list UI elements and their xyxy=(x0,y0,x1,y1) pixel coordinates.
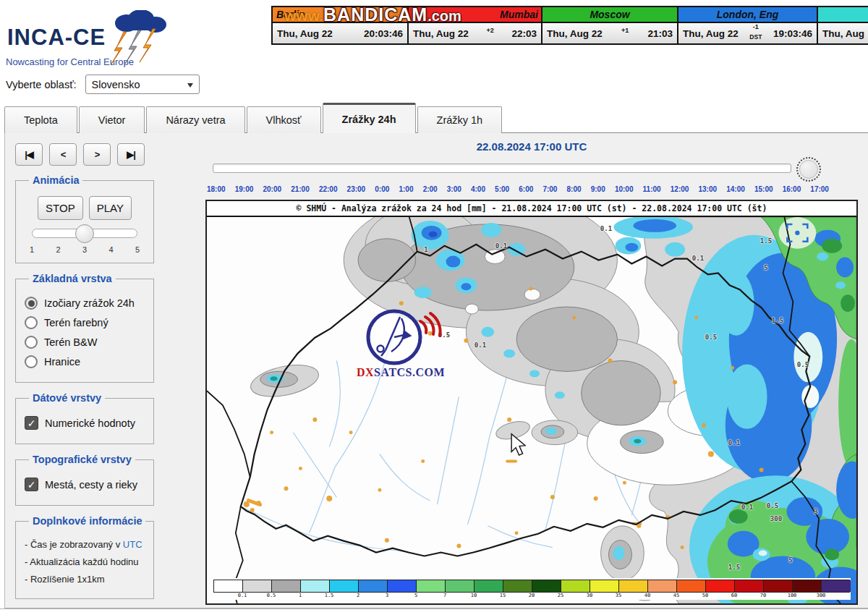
tab-content-panel: |◀ < > ▶| Animácia STOP PLAY 12345 Zákla… xyxy=(4,132,868,608)
radio-label: Terén farebný xyxy=(44,317,109,328)
logo-cloud-lightning-icon xyxy=(89,10,169,69)
tab-label: Zrážky 24h xyxy=(342,114,396,125)
legend-color-cell xyxy=(301,580,330,592)
checkbox-label: Numerické hodnoty xyxy=(45,417,135,429)
timeline-tick-label: 12:00 xyxy=(671,185,689,193)
sidebar: |◀ < > ▶| Animácia STOP PLAY 12345 Zákla… xyxy=(15,143,154,608)
timeline-tick-label: 15:00 xyxy=(754,185,773,193)
topo-layers-legend: Topografické vrstvy xyxy=(29,454,135,465)
timeline-tick-label: 21:00 xyxy=(291,185,310,193)
legend-color-cell xyxy=(503,580,532,592)
radio-hranice[interactable]: Hranice xyxy=(25,355,145,368)
legend-value-label: 2 xyxy=(344,593,373,599)
info-text: - Čas je zobrazovaný v xyxy=(25,539,123,550)
clock-time: 21:03 xyxy=(647,28,673,39)
info-legend: Doplnkové informácie xyxy=(29,515,145,527)
utc-link[interactable]: UTC xyxy=(123,539,142,550)
legend-value-label: 300 xyxy=(807,593,835,599)
legend-color-cell xyxy=(417,580,446,592)
timeline-tick-label: 17:00 xyxy=(810,185,829,193)
anim-scale-number: 4 xyxy=(109,245,113,254)
timeline-slider-thumb[interactable] xyxy=(796,157,821,182)
step-next-button[interactable]: > xyxy=(83,143,111,166)
radio-icon[interactable] xyxy=(25,355,38,368)
base-layer-legend: Základná vrstva xyxy=(29,273,116,284)
animation-speed-slider[interactable] xyxy=(32,229,137,238)
tab-vlhkost[interactable]: Vlhkosť xyxy=(247,106,321,133)
timeline-slider-track[interactable] xyxy=(213,164,791,173)
timeline-tick-label: 5:00 xyxy=(495,185,509,193)
region-select[interactable]: Slovensko xyxy=(85,75,200,94)
timeline-tick-label: 8:00 xyxy=(567,185,582,193)
tab-narazy-vetra[interactable]: Nárazy vetra xyxy=(146,106,244,133)
app-logo: INCA-CE Nowcasting for Central Europe xyxy=(6,10,194,67)
legend-value-label: 30 xyxy=(575,593,604,599)
legend-value-label: 1 xyxy=(286,593,315,599)
timeline-tick-label: 20:00 xyxy=(263,185,281,193)
clock-cell-2: Moscow Thu, Aug 22 +1 21:03 xyxy=(541,7,677,43)
step-first-button[interactable]: |◀ xyxy=(15,143,43,166)
checkbox-label: Mestá, cesty a rieky xyxy=(45,479,137,491)
radio-izociary-zrazok-24h[interactable]: Izočiary zrážok 24h xyxy=(25,297,145,310)
info-group: Doplnkové informácie - Čas je zobrazovan… xyxy=(15,515,154,599)
legend-color-cell xyxy=(446,580,475,592)
legend-color-cell xyxy=(272,580,301,592)
radio-icon[interactable] xyxy=(25,336,38,349)
precipitation-map[interactable]: © SHMÚ - Analýza zrážok za 24 hod [mm] -… xyxy=(205,200,858,605)
radio-teren-bw[interactable]: Terén B&W xyxy=(25,336,145,349)
checkbox-mesta-cesty-rieky[interactable]: ✓ Mestá, cesty a rieky xyxy=(25,478,145,491)
legend-value-label: 0.5 xyxy=(257,593,286,599)
contour-value-label: 1.5 xyxy=(772,317,783,324)
legend-color-cell xyxy=(532,580,561,592)
animation-speed-slider-thumb[interactable] xyxy=(75,224,94,243)
clock-city-label: London, Eng xyxy=(678,7,817,23)
radio-icon[interactable] xyxy=(25,297,38,310)
legend-color-cell xyxy=(590,580,619,592)
checkbox-numericke-hodnoty[interactable]: ✓ Numerické hodnoty xyxy=(25,416,145,430)
legend-value-label: 50 xyxy=(691,593,720,599)
stop-button[interactable]: STOP xyxy=(38,196,83,220)
tab-zrazky-1h[interactable]: Zrážky 1h xyxy=(417,106,503,133)
legend-value-label: 0.1 xyxy=(228,593,257,599)
legend-color-cell xyxy=(475,580,503,592)
tab-teplota[interactable]: Teplota xyxy=(4,106,77,133)
tab-zrazky-24h[interactable]: Zrážky 24h xyxy=(323,103,416,133)
contour-value-label: 1.5 xyxy=(728,564,740,571)
contour-value-label: 5 xyxy=(764,264,767,271)
step-last-button[interactable]: ▶| xyxy=(117,143,145,166)
timeline-tick-label: 22:00 xyxy=(319,185,338,193)
clock-cell-3: London, Eng Thu, Aug 22 -1DST 19:03:46 xyxy=(677,7,817,43)
clock-utc-offset: -1 xyxy=(739,24,773,30)
checkbox-checked-icon[interactable]: ✓ xyxy=(25,416,38,430)
contour-labels: 10.10.10.50.10.10.51.551.50.50.10.10.530… xyxy=(207,217,856,603)
checkbox-checked-icon[interactable]: ✓ xyxy=(25,478,38,491)
dxsatcs-watermark: DXSATCS.COM xyxy=(357,308,443,379)
radio-label: Terén B&W xyxy=(44,336,97,348)
data-layers-group: Dátové vrstvy ✓ Numerické hodnoty xyxy=(15,392,154,444)
legend-value-label: 45 xyxy=(662,593,691,599)
contour-value-label: 0.1 xyxy=(495,242,507,250)
play-button[interactable]: PLAY xyxy=(89,196,132,220)
contour-value-label: 0.5 xyxy=(797,361,809,368)
tab-vietor[interactable]: Vietor xyxy=(79,106,145,133)
contour-value-label: 1 xyxy=(424,246,427,253)
tab-bar: Teplota Vietor Nárazy vetra Vlhkosť Zráž… xyxy=(4,106,503,133)
radio-icon[interactable] xyxy=(25,316,38,329)
legend-color-cell xyxy=(764,580,793,592)
map-body[interactable]: 10.10.10.50.10.10.51.551.50.50.10.10.530… xyxy=(207,217,856,603)
timeline: 22.08.2024 17:00 UTC 18:0019:0020:0021:0… xyxy=(205,140,858,193)
anim-scale-number: 5 xyxy=(135,245,140,254)
legend-color-cell xyxy=(793,580,822,592)
timeline-tick-label: 4:00 xyxy=(471,185,485,193)
radio-label: Hranice xyxy=(44,356,80,368)
radio-teren-farebny[interactable]: Terén farebný xyxy=(25,316,145,329)
legend-value-label: 10 xyxy=(459,593,488,599)
clock-date: Thu, Aug 22 xyxy=(683,28,739,39)
legend-colors xyxy=(213,580,850,593)
legend-color-cell xyxy=(330,580,359,592)
tab-label: Teplota xyxy=(24,114,58,126)
step-prev-button[interactable]: < xyxy=(49,143,77,166)
contour-value-label: 5 xyxy=(788,556,792,564)
legend-value-label: 20 xyxy=(517,593,546,599)
legend-value-label: 35 xyxy=(604,593,633,599)
